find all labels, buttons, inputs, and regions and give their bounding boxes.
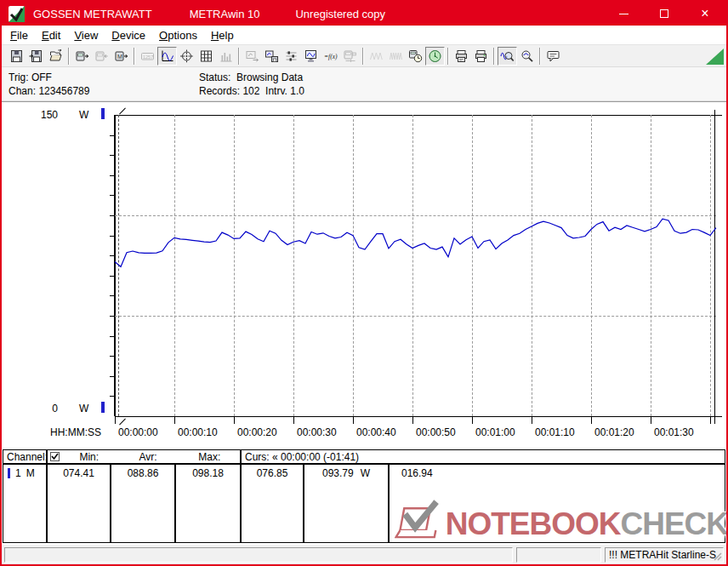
svg-text:=f(x): =f(x): [324, 53, 338, 60]
toolbar-separator: [134, 48, 135, 65]
y-axis-unit-bottom: W: [79, 403, 88, 414]
x-axis-tick: [115, 416, 116, 424]
title-license-note: Unregistered copy: [295, 8, 385, 20]
open-file-icon: [48, 49, 63, 63]
x-axis-tick-label: 00:00:50: [416, 426, 456, 438]
plot-frame-bottom: [115, 416, 722, 417]
device-settings-button: [340, 47, 360, 66]
record-clock-button[interactable]: [425, 47, 445, 66]
menu-help[interactable]: Help: [204, 26, 241, 44]
channel-marker-bottom: [101, 402, 105, 413]
curve-chart-button[interactable]: [157, 47, 177, 66]
menu-file[interactable]: File: [3, 26, 35, 44]
record-clock-icon: [428, 49, 442, 63]
wave-low-icon: [369, 49, 384, 63]
x-axis-tick: [591, 416, 592, 424]
x-axis-tick: [532, 416, 532, 424]
annotation-icon: [546, 49, 560, 63]
close-button[interactable]: ×: [697, 6, 713, 21]
x-axis-tick-label: 00:01:30: [654, 426, 694, 438]
cell-cursor-unit: W: [361, 467, 370, 479]
maximize-button[interactable]: [657, 6, 672, 21]
title-product-name: METRAwin 10: [190, 8, 260, 20]
menu-bar: FileEditViewDeviceOptionsHelp: [2, 26, 726, 45]
trigger-status: Trig: OFF: [9, 71, 52, 83]
store-data-button[interactable]: [262, 47, 282, 66]
channel-marker-top: [101, 108, 105, 119]
maximize-icon: [660, 9, 668, 18]
channel-number: 1: [15, 467, 21, 479]
header-cursor: Curs: « 00:00:00 (-01:41): [242, 450, 725, 463]
read-memory-button[interactable]: M: [111, 47, 131, 66]
formula-fx-icon: =f(x): [323, 49, 338, 63]
channel-mode: M: [26, 467, 35, 479]
channel-list: Chan: 123456789: [9, 85, 89, 97]
menu-device[interactable]: Device: [105, 26, 152, 44]
statistics-table: Channel: Min: Avr: Max: Curs: « 00:00:00…: [2, 449, 726, 543]
x-axis-tick-label: 00:00:00: [118, 426, 158, 438]
table-data-row: 1 M 074.41 088.86 098.18 076.85 093.79 W…: [3, 465, 725, 542]
left-cursor-flag-top: [119, 108, 126, 115]
minimize-button[interactable]: [616, 6, 631, 21]
title-bar: GOSSEN METRAWATT METRAwin 10 Unregistere…: [2, 2, 726, 26]
table-header-row: Channel: Min: Avr: Max: Curs: « 00:00:00…: [3, 450, 725, 465]
power-series-line: [115, 115, 716, 416]
store-data-icon: [264, 49, 279, 63]
pc-monitor-button[interactable]: [301, 47, 321, 66]
toolbar-separator: [362, 48, 364, 65]
x-axis-tick-label: 00:01:10: [535, 426, 575, 438]
wave-high-button: [386, 47, 406, 66]
channel-config-icon: [284, 49, 299, 63]
open-file-button[interactable]: [46, 47, 65, 66]
cell-cursor-right: 093.79: [322, 467, 354, 479]
y-axis-unit-top: W: [79, 109, 88, 121]
x-axis-tick-label: 00:00:10: [178, 426, 218, 438]
annotation-button[interactable]: [543, 47, 563, 66]
minimize-icon: [619, 14, 628, 14]
read-device-button[interactable]: [72, 47, 92, 66]
channel-visible-checkbox[interactable]: [50, 452, 60, 461]
curve-chart-icon: [160, 49, 174, 63]
menu-options[interactable]: Options: [152, 26, 204, 44]
x-axis-tick: [710, 416, 711, 424]
interval-timer-button[interactable]: [406, 47, 425, 66]
menu-view[interactable]: View: [67, 26, 105, 44]
toolbar: M1257=f(x): [2, 45, 726, 67]
formula-fx-button[interactable]: =f(x): [321, 47, 340, 66]
info-panel: Trig: OFF Chan: 123456789 Status: Browsi…: [2, 67, 726, 101]
data-table-button[interactable]: [196, 47, 216, 66]
resize-grip[interactable]: [711, 550, 722, 561]
channel-color-bar: [8, 468, 10, 478]
cell-cursor-left: 076.85: [242, 465, 304, 542]
read-device-icon: [75, 49, 89, 63]
channel-config-button[interactable]: [282, 47, 301, 66]
header-min: Min:: [61, 451, 117, 463]
x-axis-tick-label: 00:00:30: [297, 426, 337, 438]
save-file-icon: [9, 49, 24, 63]
menu-edit[interactable]: Edit: [35, 26, 67, 44]
zoom-curve-icon: [500, 49, 515, 63]
x-axis-tick-label: 00:00:40: [356, 426, 396, 438]
pc-monitor-icon: [304, 49, 318, 63]
read-memory-icon: M: [114, 49, 128, 63]
toolbar-separator: [493, 48, 495, 65]
zoom-manual-button[interactable]: [517, 47, 537, 66]
data-table-icon: [199, 49, 213, 63]
metrawin-window: GOSSEN METRAWATT METRAwin 10 Unregistere…: [0, 0, 728, 566]
numeric-display-icon: 1257: [140, 49, 155, 63]
x-axis-tick: [174, 416, 175, 424]
x-axis-tick: [412, 416, 413, 424]
svg-text:1257: 1257: [143, 54, 153, 59]
cursor-crosshair-button[interactable]: [177, 47, 196, 66]
save-as-button[interactable]: [26, 47, 46, 66]
left-cursor-flag-bottom: [119, 419, 126, 426]
y-axis-min-label: 0: [32, 403, 58, 414]
y-axis-max-label: 150: [32, 109, 58, 121]
save-file-button[interactable]: [7, 47, 26, 66]
chart-panel: 150 W 0 W HH:MM:SS 00:00:0000:00:1000:00…: [2, 101, 726, 447]
print-button[interactable]: [471, 47, 491, 66]
print-report-button[interactable]: [452, 47, 471, 66]
zoom-curve-button[interactable]: [498, 47, 517, 66]
toolbar-separator: [68, 48, 70, 65]
x-axis-tick: [472, 416, 473, 424]
